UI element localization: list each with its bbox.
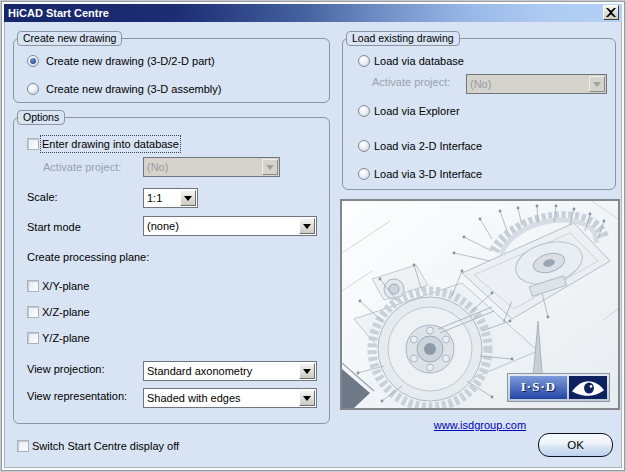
load-activate-project-combo: (No) bbox=[466, 74, 607, 94]
checkbox-yz-plane-label[interactable]: Y/Z-plane bbox=[42, 331, 90, 345]
cad-preview-image: I·S·D bbox=[340, 199, 620, 410]
ok-button[interactable]: OK bbox=[538, 433, 613, 457]
chevron-down-icon bbox=[266, 165, 274, 170]
chevron-down-icon bbox=[184, 196, 192, 201]
start-mode-dropdown-button[interactable] bbox=[299, 218, 315, 234]
checkbox-enter-db-label[interactable]: Enter drawing into database bbox=[42, 137, 179, 151]
load-activate-dropdown-button bbox=[589, 76, 605, 92]
radio-load-explorer[interactable] bbox=[358, 105, 370, 117]
window-title: HiCAD Start Centre bbox=[8, 6, 109, 20]
activate-project-combo: (No) bbox=[143, 157, 280, 177]
group-create-label: Create new drawing bbox=[17, 31, 122, 46]
radio-create-part[interactable] bbox=[27, 55, 39, 67]
activate-project-value: (No) bbox=[147, 160, 168, 174]
radio-load-database[interactable] bbox=[358, 55, 370, 67]
scale-label: Scale: bbox=[27, 190, 58, 204]
checkbox-xz-plane-label[interactable]: X/Z-plane bbox=[42, 305, 90, 319]
chevron-down-icon bbox=[593, 82, 601, 87]
start-mode-combo[interactable]: (none) bbox=[143, 216, 317, 236]
checkbox-xz-plane[interactable] bbox=[27, 306, 39, 318]
close-icon bbox=[606, 8, 616, 17]
dialog-window: HiCAD Start Centre Create new drawing Cr… bbox=[0, 0, 626, 472]
radio-load-explorer-label[interactable]: Load via Explorer bbox=[374, 104, 460, 118]
chevron-down-icon bbox=[303, 224, 311, 229]
radio-load-3d[interactable] bbox=[358, 168, 370, 180]
chevron-down-icon bbox=[303, 396, 311, 401]
checkbox-xy-plane[interactable] bbox=[27, 280, 39, 292]
checkbox-switch-off[interactable] bbox=[17, 440, 29, 452]
view-representation-dropdown-button[interactable] bbox=[299, 390, 315, 406]
view-projection-combo[interactable]: Standard axonometry bbox=[143, 361, 317, 381]
view-projection-value: Standard axonometry bbox=[147, 364, 252, 378]
view-representation-combo[interactable]: Shaded with edges bbox=[143, 388, 317, 408]
isd-logo: I·S·D bbox=[507, 373, 610, 402]
radio-load-2d[interactable] bbox=[358, 140, 370, 152]
processing-plane-label: Create processing plane: bbox=[27, 250, 149, 264]
radio-load-database-label[interactable]: Load via database bbox=[374, 54, 464, 68]
view-representation-label: View representation: bbox=[27, 389, 127, 403]
group-options-label: Options bbox=[17, 110, 65, 125]
load-activate-project-label: Activate project: bbox=[372, 75, 450, 89]
title-bar: HiCAD Start Centre bbox=[4, 4, 622, 22]
close-button[interactable] bbox=[603, 5, 619, 20]
link-row: www.isdgroup.com bbox=[340, 415, 620, 433]
checkbox-switch-off-label[interactable]: Switch Start Centre display off bbox=[32, 439, 179, 453]
start-mode-label: Start mode bbox=[27, 220, 81, 234]
radio-load-2d-label[interactable]: Load via 2-D Interface bbox=[374, 139, 482, 153]
isdgroup-link[interactable]: www.isdgroup.com bbox=[434, 419, 526, 431]
isd-logo-text: I·S·D bbox=[510, 376, 567, 399]
chevron-down-icon bbox=[303, 369, 311, 374]
load-activate-project-value: (No) bbox=[470, 77, 491, 91]
eye-icon bbox=[569, 376, 607, 399]
activate-project-dropdown-button bbox=[262, 159, 278, 175]
checkbox-enter-db[interactable] bbox=[27, 138, 39, 150]
scale-value: 1:1 bbox=[147, 191, 162, 205]
view-projection-label: View projection: bbox=[27, 362, 104, 376]
scale-combo[interactable]: 1:1 bbox=[143, 188, 198, 208]
group-load-label: Load existing drawing bbox=[346, 31, 460, 46]
radio-create-part-label[interactable]: Create new drawing (3-D/2-D part) bbox=[46, 54, 215, 68]
start-mode-value: (none) bbox=[147, 219, 179, 233]
view-representation-value: Shaded with edges bbox=[147, 391, 241, 405]
checkbox-yz-plane[interactable] bbox=[27, 332, 39, 344]
radio-create-assembly[interactable] bbox=[27, 83, 39, 95]
activate-project-label: Activate project: bbox=[43, 160, 121, 174]
radio-load-3d-label[interactable]: Load via 3-D Interface bbox=[374, 167, 482, 181]
isd-logo-eye bbox=[569, 376, 607, 399]
checkbox-xy-plane-label[interactable]: X/Y-plane bbox=[42, 279, 89, 293]
radio-create-assembly-label[interactable]: Create new drawing (3-D assembly) bbox=[46, 82, 221, 96]
view-projection-dropdown-button[interactable] bbox=[299, 363, 315, 379]
scale-dropdown-button[interactable] bbox=[180, 190, 196, 206]
